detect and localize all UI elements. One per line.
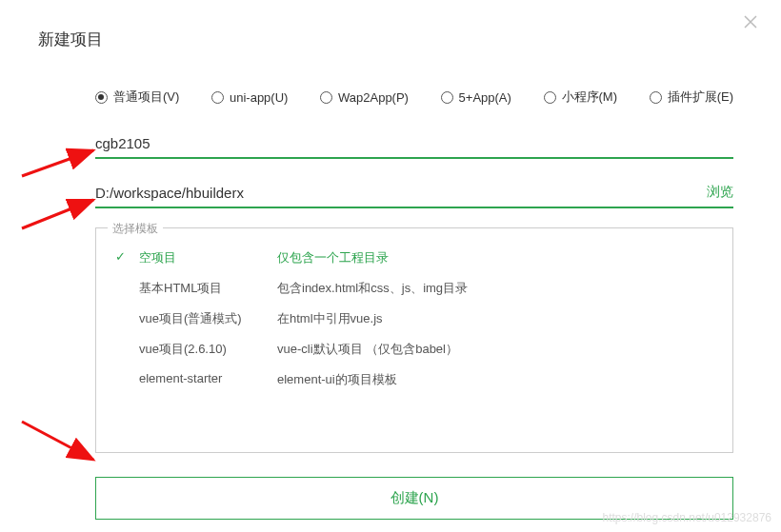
template-desc: 包含index.html和css、js、img目录 (277, 280, 713, 297)
radio-icon (544, 91, 556, 104)
check-icon: ✓ (115, 249, 139, 266)
project-name-field-row (95, 129, 733, 159)
radio-label: 插件扩展(E) (668, 89, 733, 106)
template-item-vue-normal[interactable]: vue项目(普通模式) 在html中引用vue.js (115, 304, 713, 334)
template-desc: vue-cli默认项目 （仅包含babel） (277, 341, 713, 358)
close-icon[interactable] (743, 14, 762, 33)
radio-uni-app[interactable]: uni-app(U) (211, 89, 288, 106)
dialog-title: 新建项目 (38, 29, 743, 50)
radio-normal-project[interactable]: 普通项目(V) (95, 89, 179, 106)
template-name: vue项目(2.6.10) (139, 341, 277, 358)
template-desc: 在html中引用vue.js (277, 310, 713, 327)
template-legend: 选择模板 (108, 221, 163, 237)
browse-button[interactable]: 浏览 (707, 184, 733, 201)
template-name: 空项目 (139, 249, 277, 266)
radio-5plus-app[interactable]: 5+App(A) (441, 89, 511, 106)
radio-label: uni-app(U) (230, 90, 288, 105)
radio-icon (320, 91, 332, 104)
radio-icon (95, 91, 108, 104)
template-name: 基本HTML项目 (139, 280, 277, 297)
radio-wap2app[interactable]: Wap2App(P) (320, 89, 409, 106)
radio-miniprogram[interactable]: 小程序(M) (544, 89, 618, 106)
radio-icon (211, 91, 224, 104)
radio-label: 普通项目(V) (113, 89, 179, 106)
project-type-radio-group: 普通项目(V) uni-app(U) Wap2App(P) 5+App(A) 小… (95, 89, 733, 106)
template-item-empty[interactable]: ✓ 空项目 仅包含一个工程目录 (115, 243, 713, 273)
template-desc: element-ui的项目模板 (277, 371, 713, 388)
radio-icon (441, 91, 453, 104)
radio-label: Wap2App(P) (338, 90, 409, 105)
template-item-element-starter[interactable]: element-starter element-ui的项目模板 (115, 365, 713, 395)
template-desc: 仅包含一个工程目录 (277, 249, 713, 266)
template-selector: 选择模板 ✓ 空项目 仅包含一个工程目录 基本HTML项目 包含index.ht… (95, 227, 733, 453)
template-item-basic-html[interactable]: 基本HTML项目 包含index.html和css、js、img目录 (115, 273, 713, 304)
radio-label: 小程序(M) (562, 89, 618, 106)
radio-icon (650, 91, 662, 104)
radio-plugin-ext[interactable]: 插件扩展(E) (650, 89, 733, 106)
watermark: https://blog.csdn.net/u012932876 (603, 511, 771, 524)
project-name-input[interactable] (95, 135, 733, 151)
template-name: element-starter (139, 371, 277, 388)
project-location-field-row: 浏览 (95, 178, 733, 208)
template-name: vue项目(普通模式) (139, 310, 277, 327)
template-item-vue-2610[interactable]: vue项目(2.6.10) vue-cli默认项目 （仅包含babel） (115, 334, 713, 365)
radio-label: 5+App(A) (459, 90, 511, 105)
project-location-input[interactable] (95, 185, 697, 201)
